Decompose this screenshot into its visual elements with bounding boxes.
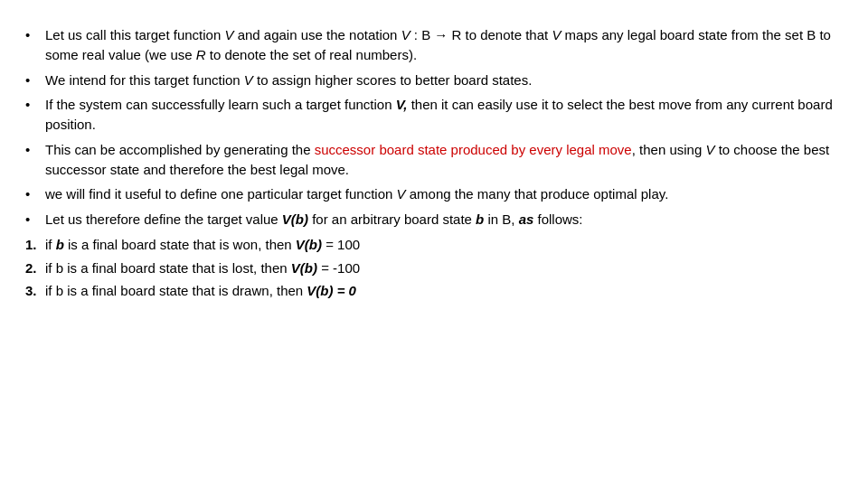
list-item: •Let us therefore define the target valu… bbox=[25, 210, 843, 230]
list-item: 1.if b is a final board state that is wo… bbox=[25, 235, 843, 255]
bullet-list: •Let us call this target function V and … bbox=[25, 25, 843, 230]
bullet-text: If the system can successfully learn suc… bbox=[45, 95, 843, 135]
bullet-text: Let us therefore define the target value… bbox=[45, 210, 843, 230]
bullet-text: Let us call this target function V and a… bbox=[45, 25, 843, 65]
list-item: 3.if b is a final board state that is dr… bbox=[25, 281, 843, 301]
numbered-list: 1.if b is a final board state that is wo… bbox=[25, 235, 843, 301]
bullet-dot: • bbox=[25, 140, 42, 160]
bullet-dot: • bbox=[25, 70, 42, 90]
list-item: •Let us call this target function V and … bbox=[25, 25, 843, 65]
bullet-dot: • bbox=[25, 25, 42, 45]
list-item: •If the system can successfully learn su… bbox=[25, 95, 843, 135]
bullet-dot: • bbox=[25, 184, 42, 204]
bullet-text: We intend for this target function V to … bbox=[45, 70, 843, 90]
list-item: •we will find it useful to define one pa… bbox=[25, 184, 843, 204]
number-label: 3. bbox=[25, 281, 45, 301]
bullet-dot: • bbox=[25, 210, 42, 230]
numbered-text: if b is a final board state that is won,… bbox=[45, 235, 843, 255]
list-item: •We intend for this target function V to… bbox=[25, 70, 843, 90]
page: •Let us call this target function V and … bbox=[0, 0, 868, 488]
numbered-text: if b is a final board state that is lost… bbox=[45, 258, 843, 278]
bullet-dot: • bbox=[25, 95, 42, 115]
list-item: •This can be accomplished by generating … bbox=[25, 140, 843, 180]
numbered-text: if b is a final board state that is draw… bbox=[45, 281, 843, 301]
number-label: 2. bbox=[25, 258, 45, 278]
bullet-text: we will find it useful to define one par… bbox=[45, 184, 843, 204]
list-item: 2.if b is a final board state that is lo… bbox=[25, 258, 843, 278]
bullet-text: This can be accomplished by generating t… bbox=[45, 140, 843, 180]
number-label: 1. bbox=[25, 235, 45, 255]
